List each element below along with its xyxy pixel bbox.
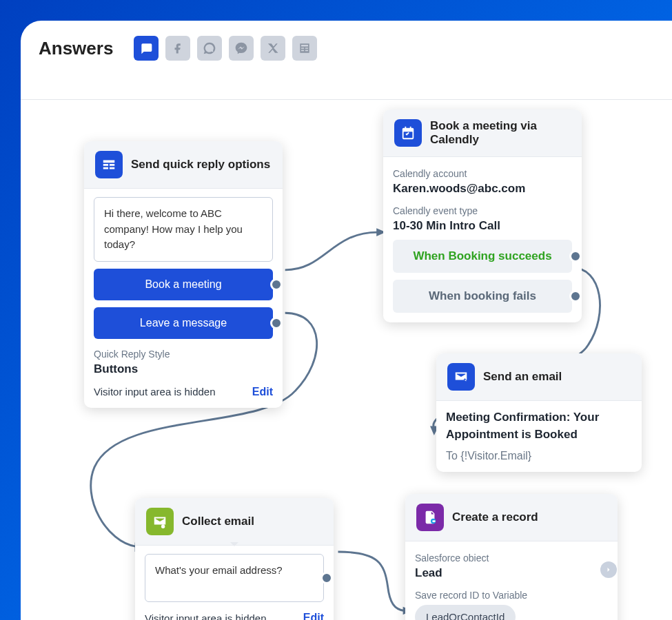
- messenger-icon[interactable]: [229, 36, 254, 61]
- salesforce-record-icon: [416, 504, 444, 531]
- object-value: Lead: [415, 566, 608, 580]
- collect-email-icon: [146, 508, 174, 535]
- event-label: Calendly event type: [393, 205, 572, 216]
- email-to: To {!Visitor.Email}: [446, 450, 632, 462]
- account-value: Karen.woods@abc.com: [393, 182, 572, 196]
- news-icon[interactable]: [292, 36, 317, 61]
- card-title: Collect email: [182, 515, 254, 528]
- x-icon[interactable]: [261, 36, 285, 61]
- input-hidden-note: Visitor input area is hidden: [145, 612, 267, 621]
- card-title: Create a record: [452, 510, 538, 524]
- email-prompt[interactable]: What's your email address?: [145, 554, 324, 602]
- quick-reply-icon: [95, 151, 123, 178]
- connector-knob[interactable]: [270, 278, 283, 291]
- edit-link[interactable]: Edit: [303, 612, 324, 620]
- page-title: Answers: [39, 38, 113, 59]
- chevron-right-icon[interactable]: [600, 561, 617, 578]
- outcome-success[interactable]: When Booking succeeds: [393, 240, 572, 273]
- card-title: Send quick reply options: [131, 158, 270, 172]
- facebook-icon[interactable]: [165, 36, 190, 61]
- style-label: Quick Reply Style: [94, 349, 273, 360]
- card-send-email[interactable]: Send an email Meeting Confirmation: Your…: [436, 353, 642, 472]
- card-calendly[interactable]: Book a meeting via Calendly Calendly acc…: [383, 110, 582, 322]
- card-create-record[interactable]: Create a record Salesforce obiect Lead S…: [405, 494, 618, 620]
- variable-chip[interactable]: LeadOrContactId: [415, 605, 516, 620]
- input-hidden-note: Visitor input area is hidden: [94, 386, 216, 397]
- card-quick-reply[interactable]: Send quick reply options Hi there, welco…: [84, 141, 283, 408]
- event-value: 10-30 Min Intro Call: [393, 219, 572, 233]
- style-value: Buttons: [94, 362, 273, 376]
- leave-message-button[interactable]: Leave a message: [94, 307, 273, 339]
- connector-knob[interactable]: [569, 290, 582, 302]
- email-send-icon: [447, 363, 475, 391]
- calendar-icon: [394, 119, 422, 147]
- book-meeting-button[interactable]: Book a meeting: [94, 269, 273, 300]
- toolbar: Answers: [21, 21, 672, 70]
- card-title: Send an email: [483, 370, 562, 384]
- whatsapp-icon[interactable]: [197, 36, 222, 61]
- account-label: Calendly account: [393, 168, 572, 179]
- card-title: Book a meeting via Calendly: [430, 119, 571, 147]
- object-label: Salesforce obiect: [415, 552, 608, 564]
- email-subject: Meeting Confirmation: Your Appointment i…: [446, 409, 632, 443]
- save-label: Save record ID to Variable: [415, 590, 608, 601]
- message-text[interactable]: Hi there, welcome to ABC company! How ma…: [94, 197, 273, 262]
- connector-knob[interactable]: [320, 572, 333, 584]
- connector-knob[interactable]: [270, 317, 283, 329]
- pointer-icon: [230, 542, 238, 546]
- flow-canvas: Send quick reply options Hi there, welco…: [21, 99, 672, 620]
- chat-icon[interactable]: [134, 36, 159, 61]
- edit-link[interactable]: Edit: [252, 386, 273, 398]
- channel-buttons: [134, 36, 317, 61]
- outcome-fail[interactable]: When booking fails: [393, 280, 572, 313]
- connector-knob[interactable]: [569, 250, 582, 262]
- card-collect-email[interactable]: Collect email What's your email address?…: [135, 498, 334, 620]
